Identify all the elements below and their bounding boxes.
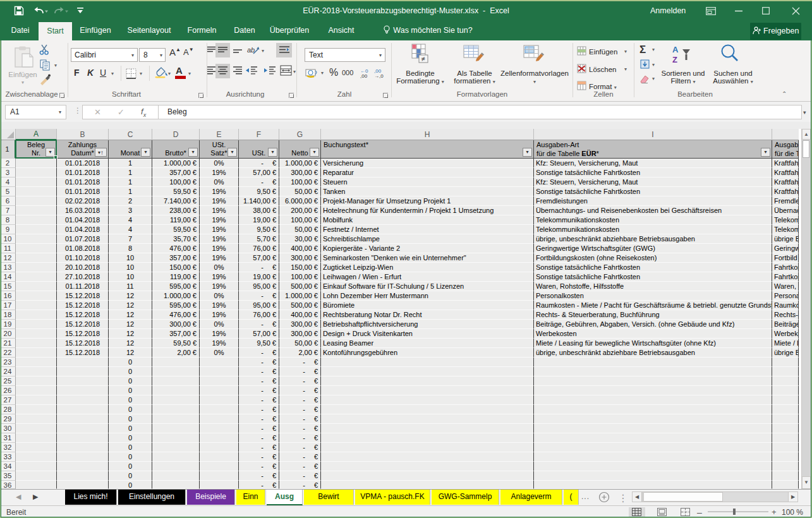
svg-text:ab: ab bbox=[247, 46, 255, 54]
svg-text:A: A bbox=[672, 45, 679, 54]
svg-text:≠: ≠ bbox=[421, 55, 425, 63]
svg-text:,00: ,00 bbox=[360, 73, 368, 78]
svg-text:→,0: →,0 bbox=[374, 73, 384, 78]
svg-text:Z: Z bbox=[672, 55, 677, 64]
